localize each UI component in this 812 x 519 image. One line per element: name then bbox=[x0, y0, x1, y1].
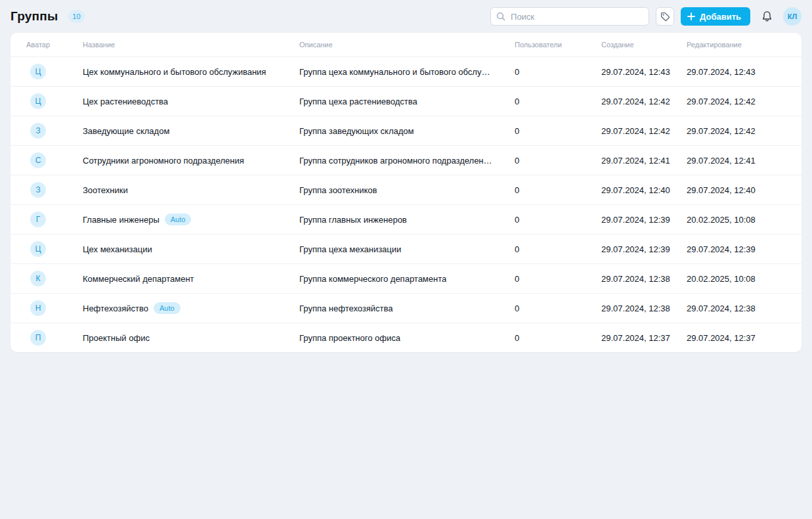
group-name: Цех растениеводства bbox=[83, 97, 168, 106]
group-users-count: 0 bbox=[515, 304, 591, 313]
group-edited-date: 29.07.2024, 12:38 bbox=[687, 304, 786, 313]
group-edited-date: 29.07.2024, 12:37 bbox=[687, 333, 786, 343]
group-edited-date: 29.07.2024, 12:40 bbox=[687, 185, 786, 195]
group-users-count: 0 bbox=[515, 126, 591, 136]
groups-table: Аватар Название Описание Пользователи Со… bbox=[11, 33, 801, 352]
group-avatar: К bbox=[30, 271, 46, 286]
group-name: Заведующие складом bbox=[83, 126, 169, 136]
table-row[interactable]: Г Главные инженеры Auto Группа главных и… bbox=[11, 204, 801, 234]
group-users-count: 0 bbox=[515, 274, 591, 284]
group-created-date: 29.07.2024, 12:40 bbox=[601, 185, 676, 195]
group-users-count: 0 bbox=[515, 185, 591, 195]
group-edited-date: 29.07.2024, 12:43 bbox=[687, 67, 786, 77]
group-created-date: 29.07.2024, 12:38 bbox=[601, 304, 676, 313]
group-avatar: П bbox=[30, 330, 46, 346]
group-created-date: 29.07.2024, 12:41 bbox=[601, 156, 676, 166]
auto-badge: Auto bbox=[165, 214, 192, 225]
group-users-count: 0 bbox=[515, 97, 591, 106]
table-row[interactable]: Ц Цех коммунального и бытового обслужива… bbox=[11, 56, 801, 86]
bell-icon bbox=[761, 11, 773, 22]
column-header-users: Пользователи bbox=[515, 41, 591, 49]
table-row[interactable]: П Проектный офис Группа проектного офиса… bbox=[11, 323, 801, 352]
group-users-count: 0 bbox=[515, 333, 591, 343]
tags-button[interactable] bbox=[656, 7, 674, 26]
table-header-row: Аватар Название Описание Пользователи Со… bbox=[11, 33, 801, 56]
group-name: Цех механизации bbox=[83, 244, 152, 254]
group-edited-date: 20.02.2025, 10:08 bbox=[687, 215, 786, 225]
search-icon bbox=[496, 12, 505, 21]
group-created-date: 29.07.2024, 12:39 bbox=[601, 215, 676, 225]
group-avatar: З bbox=[30, 182, 46, 198]
group-edited-date: 29.07.2024, 12:42 bbox=[687, 97, 786, 106]
group-edited-date: 20.02.2025, 10:08 bbox=[687, 274, 786, 284]
group-description: Группа цеха механизации bbox=[299, 244, 401, 254]
group-description: Группа сотрудников агрономного подраздел… bbox=[299, 156, 492, 166]
group-avatar: Ц bbox=[30, 64, 46, 79]
group-avatar: Н bbox=[30, 300, 46, 316]
column-header-name: Название bbox=[83, 41, 289, 49]
group-description: Группа коммерческого департамента bbox=[299, 274, 446, 284]
group-edited-date: 29.07.2024, 12:41 bbox=[687, 156, 786, 166]
group-description: Группа главных инженеров bbox=[299, 215, 407, 225]
group-created-date: 29.07.2024, 12:42 bbox=[601, 126, 676, 136]
add-button[interactable]: Добавить bbox=[681, 7, 750, 26]
topbar-actions: Добавить КЛ bbox=[490, 7, 801, 26]
groups-count-badge: 10 bbox=[68, 10, 84, 23]
table-row[interactable]: З Заведующие складом Группа заведующих с… bbox=[11, 116, 801, 145]
group-avatar: Ц bbox=[30, 241, 46, 257]
add-button-label: Добавить bbox=[700, 12, 741, 22]
plus-icon bbox=[687, 12, 695, 20]
group-created-date: 29.07.2024, 12:39 bbox=[601, 244, 676, 254]
column-header-description: Описание bbox=[299, 41, 504, 49]
group-users-count: 0 bbox=[515, 156, 591, 166]
group-created-date: 29.07.2024, 12:42 bbox=[601, 97, 676, 106]
tag-icon bbox=[660, 12, 670, 22]
group-description: Группа заведующих складом bbox=[299, 126, 414, 136]
group-name: Главные инженеры bbox=[83, 215, 160, 225]
group-created-date: 29.07.2024, 12:38 bbox=[601, 274, 676, 284]
search-input[interactable] bbox=[490, 7, 649, 26]
auto-badge: Auto bbox=[154, 302, 181, 314]
search-box bbox=[490, 7, 649, 26]
group-users-count: 0 bbox=[515, 244, 591, 254]
table-row[interactable]: З Зоотехники Группа зоотехников 0 29.07.… bbox=[11, 175, 801, 204]
group-avatar: Г bbox=[30, 212, 46, 227]
table-row[interactable]: Н Нефтехозяйство Auto Группа нефтехозяйс… bbox=[11, 293, 801, 323]
group-description: Группа цеха коммунального и бытового обс… bbox=[299, 67, 490, 77]
notifications-button[interactable] bbox=[757, 7, 777, 26]
group-description: Группа проектного офиса bbox=[299, 333, 400, 343]
group-avatar: Ц bbox=[30, 93, 46, 109]
group-users-count: 0 bbox=[515, 215, 591, 225]
group-avatar: С bbox=[30, 152, 46, 168]
topbar: Группы 10 Добавить bbox=[0, 0, 812, 33]
user-avatar[interactable]: КЛ bbox=[783, 7, 801, 26]
group-description: Группа нефтехозяйства bbox=[299, 304, 393, 313]
table-row[interactable]: К Коммерческий департамент Группа коммер… bbox=[11, 263, 801, 293]
group-name: Зоотехники bbox=[83, 185, 128, 195]
group-name: Коммерческий департамент bbox=[83, 274, 194, 284]
group-name: Нефтехозяйство bbox=[83, 304, 148, 313]
group-users-count: 0 bbox=[515, 67, 591, 77]
column-header-avatar: Аватар bbox=[26, 41, 72, 49]
table-body: Ц Цех коммунального и бытового обслужива… bbox=[11, 56, 801, 352]
group-name: Проектный офис bbox=[83, 333, 150, 343]
group-description: Группа зоотехников bbox=[299, 185, 377, 195]
group-edited-date: 29.07.2024, 12:42 bbox=[687, 126, 786, 136]
group-created-date: 29.07.2024, 12:37 bbox=[601, 333, 676, 343]
group-name: Цех коммунального и бытового обслуживани… bbox=[83, 67, 266, 77]
group-edited-date: 29.07.2024, 12:39 bbox=[687, 244, 786, 254]
group-description: Группа цеха растениеводства bbox=[299, 97, 417, 106]
column-header-created: Создание bbox=[601, 41, 676, 49]
group-avatar: З bbox=[30, 123, 46, 139]
column-header-edited: Редактирование bbox=[687, 41, 786, 49]
table-row[interactable]: С Сотрудники агрономного подразделения Г… bbox=[11, 145, 801, 175]
page-title: Группы bbox=[11, 9, 58, 24]
table-row[interactable]: Ц Цех растениеводства Группа цеха растен… bbox=[11, 86, 801, 116]
group-created-date: 29.07.2024, 12:43 bbox=[601, 67, 676, 77]
group-name: Сотрудники агрономного подразделения bbox=[83, 156, 244, 166]
table-row[interactable]: Ц Цех механизации Группа цеха механизаци… bbox=[11, 234, 801, 263]
